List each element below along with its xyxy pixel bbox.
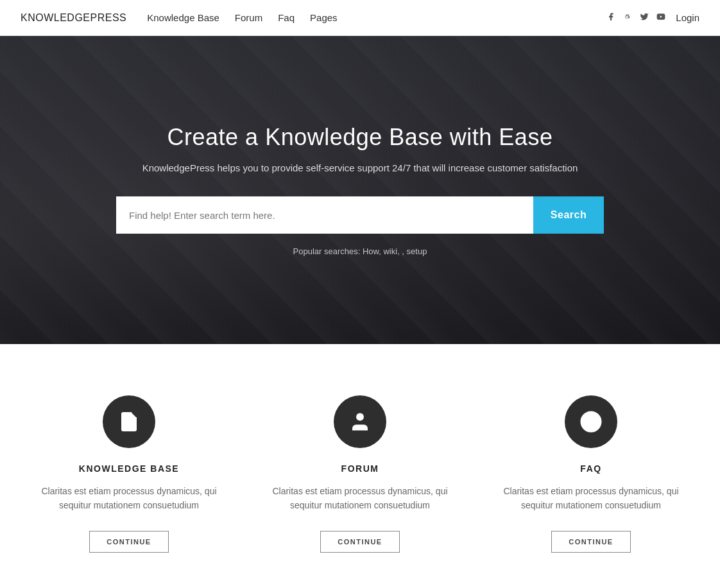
logo-light: PRESS bbox=[90, 12, 127, 23]
svg-point-3 bbox=[356, 413, 364, 421]
search-input[interactable] bbox=[116, 196, 533, 234]
twitter-icon[interactable] bbox=[640, 12, 649, 23]
card-faq: FAQ Claritas est etiam processus dynamic… bbox=[501, 395, 681, 553]
nav-item-kb[interactable]: Knowledge Base bbox=[147, 12, 219, 24]
hero-subtitle: KnowledgePress helps you to provide self… bbox=[10, 162, 710, 173]
nav-item-forum[interactable]: Forum bbox=[235, 12, 262, 24]
google-plus-icon[interactable] bbox=[623, 12, 632, 23]
forum-icon-circle bbox=[334, 395, 386, 448]
card-forum-desc: Claritas est etiam processus dynamicus, … bbox=[270, 484, 450, 513]
card-knowledge-base: KNOWLEDGE BASE Claritas est etiam proces… bbox=[39, 395, 219, 553]
navbar-left: KNOWLEDGEPRESS Knowledge Base Forum Faq … bbox=[21, 12, 338, 24]
facebook-icon[interactable] bbox=[606, 12, 615, 23]
faq-icon-circle bbox=[565, 395, 617, 448]
youtube-icon[interactable] bbox=[656, 12, 665, 23]
card-kb-desc: Claritas est etiam processus dynamicus, … bbox=[39, 484, 219, 513]
hero-content: Create a Knowledge Base with Ease Knowle… bbox=[0, 124, 720, 256]
navbar-right: Login bbox=[606, 12, 699, 23]
card-faq-continue-button[interactable]: CONTINUE bbox=[551, 531, 630, 553]
logo[interactable]: KNOWLEDGEPRESS bbox=[21, 12, 126, 24]
search-bar: Search bbox=[116, 196, 604, 234]
nav-item-pages[interactable]: Pages bbox=[310, 12, 338, 24]
social-icons bbox=[606, 12, 665, 23]
navbar: KNOWLEDGEPRESS Knowledge Base Forum Faq … bbox=[0, 0, 720, 36]
hero-section: Create a Knowledge Base with Ease Knowle… bbox=[0, 36, 720, 344]
hero-title: Create a Knowledge Base with Ease bbox=[10, 124, 710, 151]
search-button[interactable]: Search bbox=[533, 196, 604, 234]
card-kb-continue-button[interactable]: CONTINUE bbox=[89, 531, 168, 553]
nav-links: Knowledge Base Forum Faq Pages bbox=[147, 12, 337, 24]
knowledge-base-icon-circle bbox=[103, 395, 155, 448]
document-icon bbox=[117, 410, 141, 433]
card-forum: FORUM Claritas est etiam processus dynam… bbox=[270, 395, 450, 553]
card-forum-continue-button[interactable]: CONTINUE bbox=[320, 531, 399, 553]
card-faq-desc: Claritas est etiam processus dynamicus, … bbox=[501, 484, 681, 513]
popular-searches: Popular searches: How, wiki, , setup bbox=[10, 246, 710, 256]
card-forum-title: FORUM bbox=[341, 463, 379, 474]
cards-section: KNOWLEDGE BASE Claritas est etiam proces… bbox=[0, 344, 720, 588]
person-icon bbox=[348, 410, 372, 433]
card-faq-title: FAQ bbox=[580, 463, 601, 474]
login-link[interactable]: Login bbox=[676, 12, 699, 23]
logo-bold: KNOWLEDGE bbox=[21, 12, 90, 23]
card-kb-title: KNOWLEDGE BASE bbox=[79, 463, 179, 474]
nav-item-faq[interactable]: Faq bbox=[278, 12, 295, 24]
question-icon bbox=[579, 410, 603, 433]
